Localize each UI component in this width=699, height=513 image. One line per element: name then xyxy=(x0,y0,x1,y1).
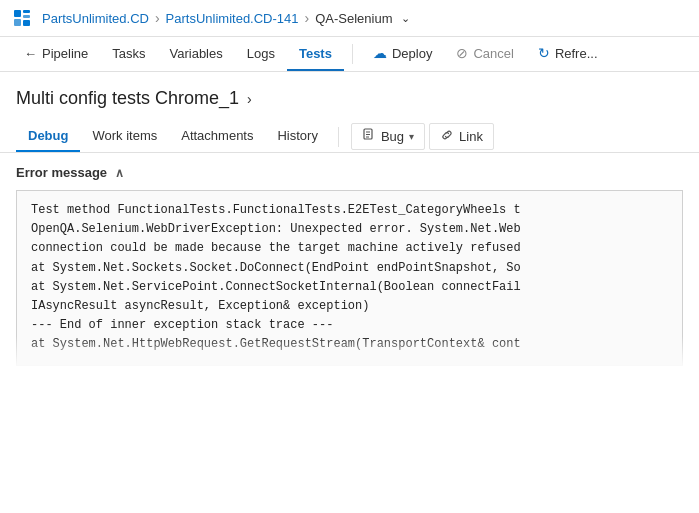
nav-cancel[interactable]: ⊘ Cancel xyxy=(444,37,525,71)
nav-logs-label: Logs xyxy=(247,46,275,61)
nav-tests[interactable]: Tests xyxy=(287,38,344,71)
sub-tab-work-items[interactable]: Work items xyxy=(80,121,169,152)
nav-tests-label: Tests xyxy=(299,46,332,61)
error-line-6: IAsyncResult asyncResult, Exception& exc… xyxy=(31,297,668,316)
error-box: Test method FunctionalTests.FunctionalTe… xyxy=(16,190,683,366)
sub-tab-attachments-label: Attachments xyxy=(181,128,253,143)
bug-button-label: Bug xyxy=(381,129,404,144)
error-line-4: at System.Net.Sockets.Socket.DoConnect(E… xyxy=(31,259,668,278)
error-section-title: Error message xyxy=(16,165,107,180)
svg-rect-3 xyxy=(14,19,21,26)
sub-tab-work-items-label: Work items xyxy=(92,128,157,143)
nav-variables-label: Variables xyxy=(170,46,223,61)
cloud-icon: ☁ xyxy=(373,45,387,61)
link-icon xyxy=(440,128,454,145)
sub-tab-attachments[interactable]: Attachments xyxy=(169,121,265,152)
nav-back-pipeline[interactable]: ← Pipeline xyxy=(12,38,100,71)
breadcrumb-dropdown-icon[interactable]: ⌄ xyxy=(401,12,410,25)
azure-devops-logo xyxy=(12,8,32,28)
link-button[interactable]: Link xyxy=(429,123,494,150)
page-header: Multi config tests Chrome_1 › xyxy=(0,72,699,109)
nav-cancel-label: Cancel xyxy=(473,46,513,61)
error-line-1: Test method FunctionalTests.FunctionalTe… xyxy=(31,201,668,220)
breadcrumb-sep-2: › xyxy=(305,10,310,26)
page-title-chevron[interactable]: › xyxy=(247,91,252,107)
nav-logs[interactable]: Logs xyxy=(235,38,287,71)
breadcrumb-sep-1: › xyxy=(155,10,160,26)
link-button-label: Link xyxy=(459,129,483,144)
cancel-icon: ⊘ xyxy=(456,45,468,61)
svg-rect-2 xyxy=(23,15,30,18)
error-section: Error message ∧ Test method FunctionalTe… xyxy=(0,153,699,378)
refresh-icon: ↻ xyxy=(538,45,550,61)
sub-tab-debug-label: Debug xyxy=(28,128,68,143)
svg-rect-1 xyxy=(23,10,30,13)
breadcrumb-item-2[interactable]: PartsUnlimited.CD-141 xyxy=(166,11,299,26)
breadcrumb-item-3: QA-Selenium xyxy=(315,11,392,26)
error-line-7: --- End of inner exception stack trace -… xyxy=(31,316,668,335)
breadcrumb-bar: PartsUnlimited.CD › PartsUnlimited.CD-14… xyxy=(0,0,699,37)
bug-doc-icon xyxy=(362,128,376,145)
error-line-5: at System.Net.ServicePoint.ConnectSocket… xyxy=(31,278,668,297)
nav-separator xyxy=(352,44,353,64)
nav-bar: ← Pipeline Tasks Variables Logs Tests ☁ … xyxy=(0,37,699,72)
nav-tasks-label: Tasks xyxy=(112,46,145,61)
svg-rect-0 xyxy=(14,10,21,17)
sub-tab-actions: Bug ▾ Link xyxy=(351,123,494,150)
page-title-row: Multi config tests Chrome_1 › xyxy=(16,88,683,109)
collapse-icon: ∧ xyxy=(115,166,124,180)
error-line-2: OpenQA.Selenium.WebDriverException: Unex… xyxy=(31,220,668,239)
svg-rect-4 xyxy=(23,20,30,26)
nav-refresh[interactable]: ↻ Refre... xyxy=(526,37,610,71)
sub-tabs: Debug Work items Attachments History Bug… xyxy=(0,121,699,153)
nav-deploy[interactable]: ☁ Deploy xyxy=(361,37,444,71)
error-header[interactable]: Error message ∧ xyxy=(16,165,683,180)
sub-tab-history-label: History xyxy=(277,128,317,143)
breadcrumb-item-1[interactable]: PartsUnlimited.CD xyxy=(42,11,149,26)
error-box-wrapper: Test method FunctionalTests.FunctionalTe… xyxy=(16,190,683,366)
sub-tab-separator xyxy=(338,127,339,147)
bug-button[interactable]: Bug ▾ xyxy=(351,123,425,150)
nav-pipeline-label: Pipeline xyxy=(42,46,88,61)
back-arrow-icon: ← xyxy=(24,46,37,61)
nav-tasks[interactable]: Tasks xyxy=(100,38,157,71)
page-title: Multi config tests Chrome_1 xyxy=(16,88,239,109)
bug-dropdown-chevron: ▾ xyxy=(409,131,414,142)
nav-refresh-label: Refre... xyxy=(555,46,598,61)
error-line-8: at System.Net.HttpWebRequest.GetRequestS… xyxy=(31,335,668,354)
error-line-3: connection could be made because the tar… xyxy=(31,239,668,258)
sub-tab-history[interactable]: History xyxy=(265,121,329,152)
sub-tab-debug[interactable]: Debug xyxy=(16,121,80,152)
nav-variables[interactable]: Variables xyxy=(158,38,235,71)
nav-deploy-label: Deploy xyxy=(392,46,432,61)
